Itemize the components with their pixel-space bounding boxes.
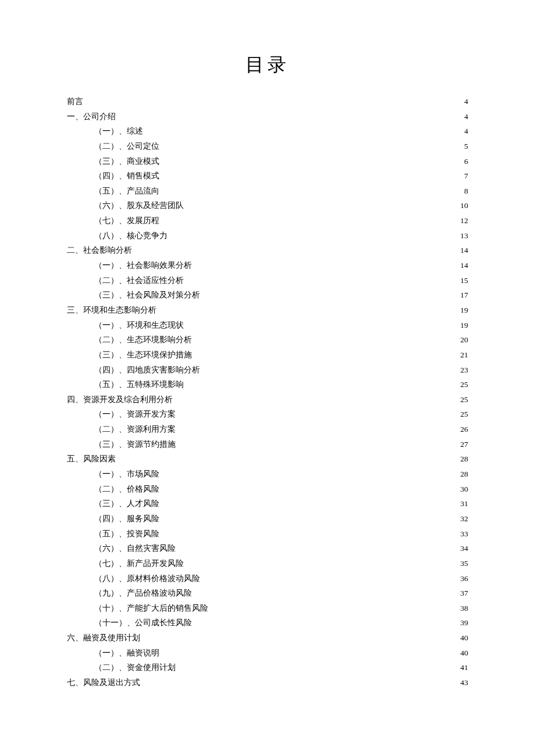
toc-leader-dots [117,454,456,462]
toc-entry: （七）、新产品开发风险35 [67,556,468,571]
toc-entry-label: （五）、五特殊环境影响 [94,377,184,392]
toc-entry-page: 39 [458,615,468,630]
toc-entry-page: 25 [458,377,468,392]
toc-entry-page: 34 [458,541,468,556]
toc-leader-dots [186,379,456,388]
toc-leader-dots [161,469,456,477]
toc-entry-label: （二）、生态环境影响分析 [94,332,192,347]
document-page: 目录 前言4一、公司介绍4（一）、综述4（二）、公司定位5（三）、商业模式6（四… [0,0,535,748]
toc-entry-label: 一、公司介绍 [67,109,116,124]
toc-leader-dots [161,483,456,492]
toc-entry: 四、资源开发及综合利用分析25 [67,392,468,407]
toc-entry: （一）、融资说明40 [67,646,468,661]
toc-entry-page: 37 [458,586,468,601]
toc-entry-page: 6 [458,154,468,169]
toc-title: 目录 [67,52,468,78]
toc-leader-dots [177,662,456,671]
toc-entry-label: 二、社会影响分析 [67,243,132,258]
toc-entry: （八）、核心竞争力13 [67,228,468,243]
toc-entry: （一）、市场风险28 [67,467,468,482]
toc-entry: （十一）、公司成长性风险39 [67,615,468,630]
toc-entry-label: 四、资源开发及综合利用分析 [67,392,173,407]
toc-entry-page: 10 [458,198,468,213]
toc-entry-label: （八）、原材料价格波动风险 [94,571,200,586]
toc-leader-dots [134,245,456,253]
toc-entry: （六）、股东及经营团队10 [67,198,468,213]
toc-entry-label: （二）、价格风险 [94,482,159,497]
toc-entry-label: （三）、商业模式 [94,154,159,169]
toc-leader-dots [161,216,456,224]
toc-leader-dots [202,573,456,581]
toc-leader-dots [177,409,456,417]
toc-entry: 二、社会影响分析14 [67,243,468,258]
toc-entry-page: 26 [458,422,468,437]
toc-entry-label: （八）、核心竞争力 [94,228,167,243]
toc-leader-dots [202,290,456,298]
toc-entry: （四）、四地质灾害影响分析23 [67,363,468,378]
toc-entry-label: （二）、资源利用方案 [94,422,176,437]
toc-entry-label: （七）、新产品开发风险 [94,556,184,571]
toc-entry-label: （二）、资金使用计划 [94,660,176,675]
toc-entry: （十）、产能扩大后的销售风险38 [67,601,468,616]
toc-entry-label: （二）、社会适应性分析 [94,273,184,288]
toc-leader-dots [186,200,456,209]
toc-entry: （二）、社会适应性分析15 [67,273,468,288]
toc-entry: （二）、资金使用计划41 [67,660,468,675]
toc-entry-label: 六、融资及使用计划 [67,630,140,646]
toc-entry-label: （十）、产能扩大后的销售风险 [94,601,208,616]
toc-entry-page: 25 [458,407,468,422]
toc-entry: （五）、五特殊环境影响25 [67,377,468,392]
toc-entry-page: 40 [458,630,468,646]
toc-leader-dots [194,260,456,268]
toc-entry: （二）、价格风险30 [67,482,468,497]
toc-entry-page: 33 [458,526,468,542]
toc-entry-page: 31 [458,496,468,511]
toc-leader-dots [186,275,456,283]
toc-leader-dots [142,677,456,685]
toc-leader-dots [161,513,456,521]
toc-entry-label: 七、风险及退出方式 [67,675,140,690]
toc-entry: （一）、综述4 [67,124,468,139]
toc-entry: （三）、商业模式6 [67,154,468,169]
toc-entry-page: 19 [458,318,468,333]
toc-entry-page: 25 [458,392,468,407]
toc-leader-dots [186,558,456,566]
toc-leader-dots [85,96,456,105]
toc-leader-dots [177,424,456,432]
toc-leader-dots [194,588,456,596]
toc-leader-dots [161,185,456,194]
toc-entry-label: 五、风险因素 [67,452,116,467]
toc-entry-page: 20 [458,332,468,347]
toc-leader-dots [210,603,456,611]
toc-entry: （三）、人才风险31 [67,496,468,511]
toc-entry-label: （一）、环境和生态现状 [94,318,184,333]
toc-leader-dots [194,349,456,357]
toc-leader-dots [177,439,456,447]
toc-container: 前言4一、公司介绍4（一）、综述4（二）、公司定位5（三）、商业模式6（四）、销… [67,94,468,690]
toc-entry-label: （六）、股东及经营团队 [94,198,184,213]
toc-leader-dots [161,171,456,179]
toc-entry-page: 4 [458,94,468,109]
toc-entry-page: 38 [458,601,468,616]
toc-leader-dots [117,111,456,119]
toc-leader-dots [177,543,456,551]
toc-entry-label: （四）、销售模式 [94,169,159,184]
toc-leader-dots [194,618,456,626]
toc-entry: （七）、发展历程12 [67,213,468,228]
toc-entry: （二）、生态环境影响分析20 [67,332,468,347]
toc-entry-label: （三）、生态环境保护措施 [94,347,192,363]
toc-entry-label: （二）、公司定位 [94,139,159,154]
toc-entry-page: 32 [458,511,468,526]
toc-entry-page: 28 [458,452,468,467]
toc-entry-label: （七）、发展历程 [94,213,159,228]
toc-entry-page: 19 [458,303,468,318]
toc-leader-dots [161,156,456,164]
toc-entry-label: （五）、投资风险 [94,526,159,542]
toc-entry: （六）、自然灾害风险34 [67,541,468,556]
toc-leader-dots [161,499,456,507]
toc-entry-page: 35 [458,556,468,571]
toc-entry-label: （九）、产品价格波动风险 [94,586,192,601]
toc-entry: 七、风险及退出方式43 [67,675,468,690]
toc-entry: （五）、投资风险33 [67,526,468,542]
toc-entry-label: （三）、人才风险 [94,496,159,511]
